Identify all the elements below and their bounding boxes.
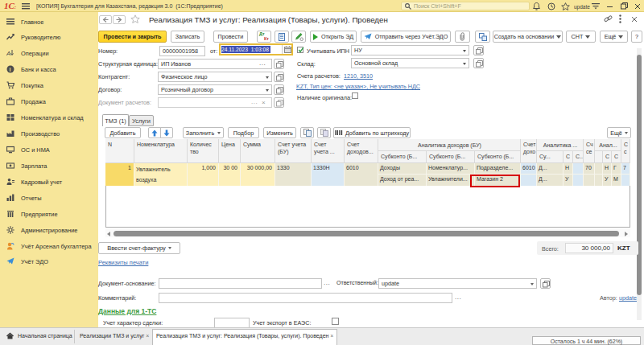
svg-text:i: i [10,67,11,72]
svg-text:А: А [6,50,10,57]
